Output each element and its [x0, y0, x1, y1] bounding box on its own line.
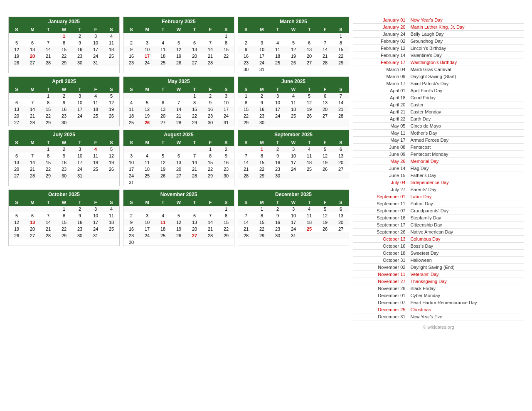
day-header: F	[202, 26, 218, 33]
holiday-date: November 11	[353, 271, 409, 278]
day-header: S	[123, 26, 139, 33]
day-header: S	[333, 199, 349, 206]
cal-day: 26	[103, 166, 119, 172]
cal-day	[238, 33, 254, 39]
day-header: T	[155, 86, 171, 93]
holiday-name: New Year's Eve	[409, 313, 524, 320]
holiday-name: Pentecost Monday	[409, 151, 524, 158]
day-header: W	[286, 139, 301, 146]
holidays-section: January 01New Year's DayJanuary 20Martin…	[353, 17, 524, 330]
cal-day: 14	[171, 106, 187, 113]
cal-table: SMTWTFS123456789101112131415161718192021…	[9, 26, 119, 66]
day-header: M	[139, 86, 155, 93]
cal-day: 13	[317, 99, 333, 106]
day-header: S	[218, 86, 234, 93]
cal-day	[9, 93, 25, 99]
cal-day: 22	[333, 53, 349, 59]
day-header: S	[218, 139, 234, 146]
cal-day	[123, 146, 139, 153]
cal-day: 14	[238, 219, 254, 226]
holiday-date: September 16	[353, 214, 409, 221]
holiday-row: September 26Native American Day	[353, 229, 524, 236]
cal-day: 2	[218, 146, 234, 153]
cal-day: 20	[171, 166, 187, 172]
cal-day: 4	[301, 206, 317, 212]
holiday-row: April 18Good Friday	[353, 94, 524, 101]
holiday-date: October 13	[353, 236, 409, 243]
holiday-name: Christmas	[409, 306, 524, 313]
day-header: T	[40, 139, 56, 146]
cal-day: 22	[238, 113, 254, 119]
cal-table: SMTWTFS123456789101112131415161718192021…	[9, 86, 119, 126]
cal-day	[317, 33, 333, 39]
cal-day: 9	[56, 153, 72, 159]
cal-day: 29	[218, 232, 234, 239]
cal-day	[171, 93, 187, 99]
cal-day	[171, 179, 187, 186]
cal-day: 14	[333, 99, 349, 106]
cal-day: 15	[56, 219, 72, 226]
cal-day: 16	[270, 219, 286, 226]
day-header: S	[238, 139, 254, 146]
holiday-date: September 01	[353, 193, 409, 200]
cal-day: 5	[9, 39, 25, 46]
day-header: W	[56, 199, 72, 206]
cal-day: 18	[103, 46, 119, 53]
cal-day: 12	[9, 46, 25, 53]
holiday-name: Martin Luther King, Jr. Day	[409, 24, 524, 31]
cal-day: 16	[123, 226, 139, 232]
cal-day	[187, 239, 202, 246]
cal-day: 26	[9, 232, 25, 239]
holiday-date: May 05	[353, 123, 409, 130]
cal-day: 22	[56, 53, 72, 59]
cal-day: 7	[333, 93, 349, 99]
day-header: W	[286, 86, 301, 93]
day-header: S	[9, 199, 25, 206]
cal-day: 24	[286, 226, 301, 232]
cal-day: 31	[88, 59, 103, 66]
cal-day: 12	[9, 219, 25, 226]
cal-day: 10	[72, 99, 88, 106]
cal-day: 21	[333, 106, 349, 113]
holiday-row: November 11Veterans' Day	[353, 271, 524, 278]
cal-day: 11	[301, 212, 317, 219]
holiday-date: September 17	[353, 221, 409, 229]
holiday-row: September 01Labor Day	[353, 193, 524, 200]
day-header: M	[254, 139, 270, 146]
cal-header: September 2025	[238, 130, 349, 139]
cal-day: 3	[123, 153, 139, 159]
day-header: T	[40, 86, 56, 93]
cal-day: 28	[25, 119, 40, 126]
cal-day: 23	[270, 226, 286, 232]
cal-day: 16	[72, 219, 88, 226]
holiday-date: December 31	[353, 313, 409, 320]
cal-day: 31	[88, 232, 103, 239]
holiday-date: April 01	[353, 87, 409, 94]
day-header: T	[155, 199, 171, 206]
cal-day: 2	[56, 93, 72, 99]
cal-day	[9, 146, 25, 153]
cal-day: 9	[270, 153, 286, 159]
holiday-name: Daylight Saving (End)	[409, 264, 524, 271]
cal-day: 26	[317, 226, 333, 232]
cal-day: 25	[103, 53, 119, 59]
holiday-name: Thanksgiving Day	[409, 278, 524, 285]
cal-day: 13	[25, 46, 40, 53]
cal-day: 25	[123, 119, 139, 126]
cal-table: SMTWTFS123456789101112131415161718192021…	[9, 139, 119, 179]
cal-day	[202, 206, 218, 212]
cal-day: 6	[9, 153, 25, 159]
cal-day	[202, 239, 218, 246]
cal-day: 27	[333, 166, 349, 172]
holiday-date: April 18	[353, 94, 409, 101]
holiday-row: June 09Pentecost Monday	[353, 151, 524, 158]
cal-day: 30	[56, 172, 72, 179]
cal-day: 11	[103, 212, 119, 219]
holiday-date: December 01	[353, 292, 409, 299]
cal-day: 6	[187, 39, 202, 46]
cal-day: 12	[171, 219, 187, 226]
holiday-row: September 11Patriot Day	[353, 200, 524, 207]
day-header: T	[187, 86, 202, 93]
cal-day: 22	[218, 226, 234, 232]
day-header: F	[202, 86, 218, 93]
